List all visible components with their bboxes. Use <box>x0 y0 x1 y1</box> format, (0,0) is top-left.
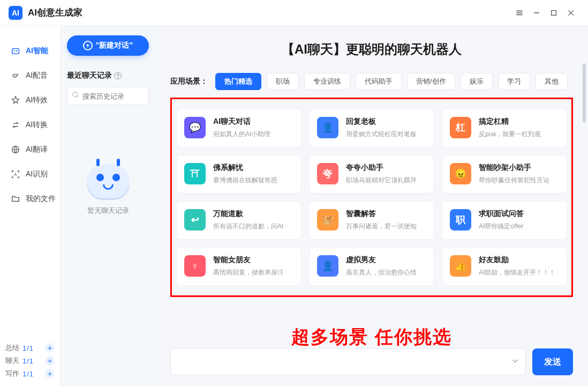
card-subtitle: 赛博佛祖在线解疑答惑 <box>213 176 277 185</box>
folder-icon <box>11 194 20 204</box>
card-icon: 🧺 <box>317 209 338 231</box>
card-title: AI聊天对话 <box>213 117 270 127</box>
app-title: AI创意生成家 <box>28 6 82 19</box>
hot-grid-outline: 💬AI聊天对话宛如真人的AI小助理👤回复老板用委婉方式轻松应对老板杠搞定杠精反p… <box>170 98 573 297</box>
card-title: 求职面试问答 <box>479 209 524 219</box>
minimize-icon[interactable] <box>528 4 545 21</box>
svg-rect-0 <box>552 10 556 15</box>
close-icon[interactable] <box>562 4 579 21</box>
card-title: 搞定杠精 <box>479 117 541 127</box>
nav-ai-voice[interactable]: AI配音 <box>0 63 60 88</box>
card-title: 智能女朋友 <box>213 255 284 265</box>
nav-ai-translate[interactable]: AI翻译 <box>0 137 60 162</box>
card-subtitle: 职场马屁精对它顶礼膜拜 <box>346 176 417 185</box>
search-icon <box>72 91 79 101</box>
footer-write-label: 写作 <box>5 369 19 378</box>
promo-overlay-text: 超多场景 任你挑选 <box>155 325 588 350</box>
card-icon: 👍 <box>450 255 471 277</box>
send-button[interactable]: 发送 <box>532 348 573 375</box>
compose-row: 发送 <box>170 348 573 375</box>
tabs-label: 应用场景： <box>170 77 208 86</box>
footer-summary-count: 1/1 <box>22 344 34 352</box>
nav-label: AI配音 <box>26 71 48 80</box>
svg-point-3 <box>16 50 17 51</box>
card-subtitle: 反pua，就要一杠到底 <box>479 130 541 139</box>
robot-icon <box>11 46 20 56</box>
nav-label: AI特效 <box>26 95 48 105</box>
card-icon: 👤 <box>317 255 338 277</box>
footer-chat-count: 1/1 <box>22 357 34 365</box>
card-subtitle: 高情商回复，拯救单身汪 <box>213 268 284 277</box>
scenario-card[interactable]: 💬AI聊天对话宛如真人的AI小助理 <box>176 109 301 147</box>
card-subtitle: AI鼓励，烦恼走开开！！！ <box>479 268 555 277</box>
scenario-card[interactable]: 夸夸夸小助手职场马屁精对它顶礼膜拜 <box>309 155 434 194</box>
card-subtitle: 所有说不口的道歉，问AI <box>213 222 283 231</box>
card-icon: ⛩ <box>184 163 206 184</box>
nav-label: AI识别 <box>26 169 48 179</box>
card-icon: 夸 <box>317 163 338 184</box>
session-panel: + "新建对话" 最近聊天记录 ? 暂无聊天记录 <box>60 26 155 386</box>
maximize-icon[interactable] <box>545 4 562 21</box>
scenario-card[interactable]: 👤回复老板用委婉方式轻松应对老板 <box>309 109 434 147</box>
card-subtitle: 虽非真人，但治愈你心情 <box>346 268 417 277</box>
scenario-card[interactable]: 👍好友鼓励AI鼓励，烦恼走开开！！！ <box>442 247 567 286</box>
nav-ai-smart[interactable]: AI智能 <box>0 39 60 63</box>
scrollbar[interactable] <box>583 63 586 122</box>
nav-my-files[interactable]: 我的文件 <box>0 187 60 211</box>
scenario-card[interactable]: 👤虚拟男友虽非真人，但治愈你心情 <box>309 247 434 286</box>
footer-write-plus[interactable]: + <box>45 369 55 378</box>
nav-ai-convert[interactable]: AI转换 <box>0 113 60 137</box>
scenario-card[interactable]: 职求职面试问答AI帮你搞定offer <box>442 201 567 240</box>
card-title: 佛系解忧 <box>213 163 277 173</box>
card-subtitle: 帮你吵赢任何冒犯性言论 <box>479 176 549 185</box>
card-subtitle: 百事问诸葛，君一试便知 <box>346 222 417 231</box>
nav-label: AI智能 <box>26 46 48 56</box>
send-label: 发送 <box>544 357 561 368</box>
card-title: 夸夸小助手 <box>346 163 417 173</box>
scenario-card[interactable]: 🧺智囊解答百事问诸葛，君一试便知 <box>309 201 434 240</box>
tab-study[interactable]: 学习 <box>498 73 530 90</box>
card-subtitle: 宛如真人的AI小助理 <box>213 130 270 139</box>
scenario-card[interactable]: ↩万能道歉所有说不口的道歉，问AI <box>176 201 301 240</box>
card-title: 万能道歉 <box>213 209 283 219</box>
scenario-card[interactable]: ⛩佛系解忧赛博佛祖在线解疑答惑 <box>176 155 301 194</box>
chevron-down-icon[interactable] <box>511 357 519 367</box>
scenario-card[interactable]: ♀智能女朋友高情商回复，拯救单身汪 <box>176 247 301 286</box>
sidebar-nav: AI智能 AI配音 AI特效 AI转换 AI翻译 A AI识别 我的文件 <box>0 26 60 386</box>
title-bar: AI AI创意生成家 <box>0 0 588 26</box>
tab-code[interactable]: 代码助手 <box>356 73 402 90</box>
scenario-card[interactable]: 杠搞定杠精反pua，就要一杠到底 <box>442 109 567 147</box>
footer-summary-label: 总结 <box>5 343 19 353</box>
scenario-grid: 💬AI聊天对话宛如真人的AI小助理👤回复老板用委婉方式轻松应对老板杠搞定杠精反p… <box>176 109 567 286</box>
app-logo: AI <box>9 6 22 20</box>
footer-chat-plus[interactable]: + <box>45 356 55 366</box>
footer-chat-label: 聊天 <box>5 356 19 366</box>
new-chat-label: "新建对话" <box>96 41 133 50</box>
footer-summary-plus[interactable]: + <box>45 343 55 353</box>
tab-hot[interactable]: 热门精选 <box>215 73 261 90</box>
mic-icon <box>11 71 20 80</box>
card-title: 好友鼓励 <box>479 255 555 265</box>
tab-workplace[interactable]: 职场 <box>267 73 299 90</box>
nav-ai-ocr[interactable]: A AI识别 <box>0 162 60 187</box>
tab-other[interactable]: 其他 <box>536 73 568 90</box>
new-chat-button[interactable]: + "新建对话" <box>67 35 149 56</box>
svg-point-6 <box>73 92 78 97</box>
card-title: 虚拟男友 <box>346 255 417 265</box>
tab-entertainment[interactable]: 娱乐 <box>461 73 493 90</box>
page-title: 【AI聊天】更聪明的聊天机器人 <box>170 41 573 58</box>
card-subtitle: AI帮你搞定offer <box>479 222 524 231</box>
main-area: 【AI聊天】更聪明的聊天机器人 应用场景： 热门精选 职场 专业训练 代码助手 … <box>155 26 588 386</box>
scenario-card[interactable]: 😠智能吵架小助手帮你吵赢任何冒犯性言论 <box>442 155 567 194</box>
scenario-tabs: 应用场景： 热门精选 职场 专业训练 代码助手 营销/创作 娱乐 学习 其他 <box>170 73 573 90</box>
tab-marketing[interactable]: 营销/创作 <box>407 73 455 90</box>
search-history[interactable] <box>67 87 149 105</box>
globe-icon <box>11 145 20 154</box>
nav-ai-fx[interactable]: AI特效 <box>0 88 60 113</box>
menu-icon[interactable] <box>511 4 528 21</box>
help-icon[interactable]: ? <box>114 72 122 79</box>
message-input[interactable] <box>170 348 526 375</box>
tab-training[interactable]: 专业训练 <box>304 73 350 90</box>
card-title: 智囊解答 <box>346 209 417 219</box>
footer-write-count: 1/1 <box>22 370 34 378</box>
